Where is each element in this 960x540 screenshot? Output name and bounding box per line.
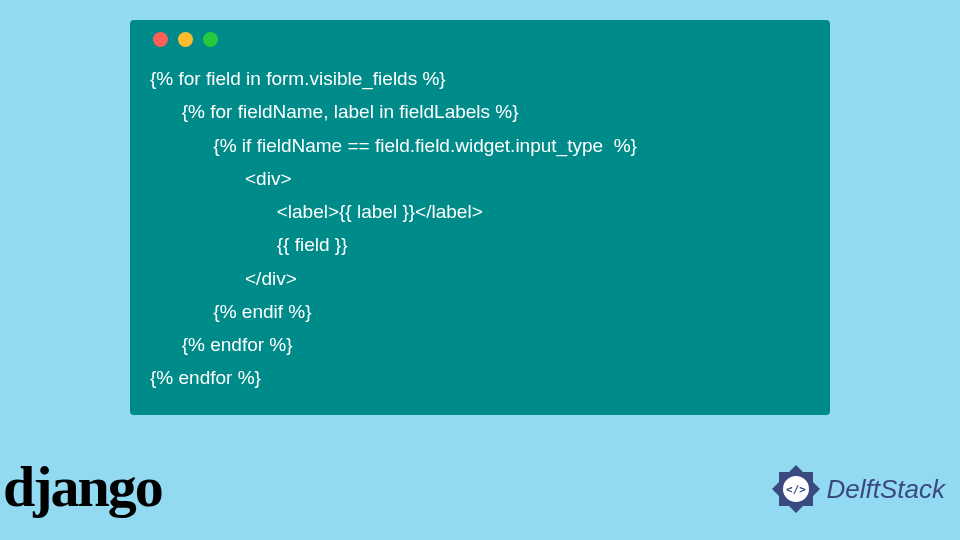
- svg-text:</>: </>: [786, 483, 806, 496]
- traffic-lights: [153, 32, 810, 47]
- maximize-icon: [203, 32, 218, 47]
- django-logo: django: [3, 453, 162, 520]
- delftstack-text: DelftStack: [827, 474, 946, 505]
- code-content: {% for field in form.visible_fields %} {…: [150, 62, 810, 395]
- minimize-icon: [178, 32, 193, 47]
- delftstack-logo: </> DelftStack: [770, 463, 946, 515]
- delftstack-icon: </>: [770, 463, 822, 515]
- close-icon: [153, 32, 168, 47]
- code-block: {% for field in form.visible_fields %} {…: [130, 20, 830, 415]
